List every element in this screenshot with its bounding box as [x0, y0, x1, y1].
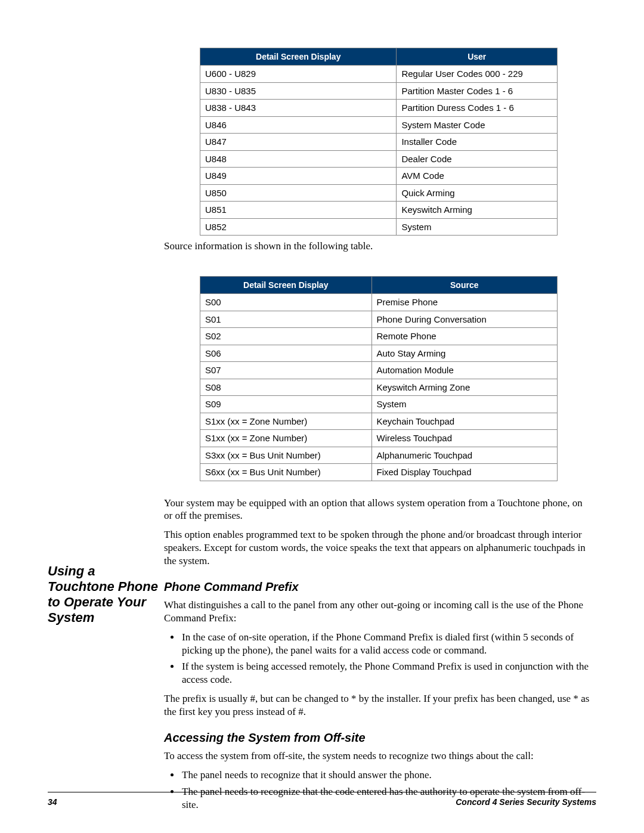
body-text: This option enables programmed text to b… [164, 528, 593, 567]
table-row: U850Quick Arming [200, 184, 558, 202]
subheading-accessing-offsite: Accessing the System from Off-site [164, 731, 593, 745]
table-row: S6xx (xx = Bus Unit Number)Fixed Display… [200, 464, 558, 481]
table-row: U846System Master Code [200, 116, 558, 134]
footer-text: Concord 4 Series Security Systems [456, 797, 596, 807]
table-row: S09System [200, 396, 558, 413]
table-row: S07Automation Module [200, 362, 558, 379]
user-table-h2: User [397, 48, 558, 66]
body-text: The prefix is usually #, but can be chan… [164, 692, 593, 719]
table-row: S01Phone During Conversation [200, 311, 558, 328]
table-row: U852System [200, 218, 558, 236]
table-row: U851Keyswitch Arming [200, 202, 558, 219]
footer-rule [48, 792, 596, 792]
user-table: Detail Screen Display User U600 - U829Re… [200, 48, 558, 236]
table-caption: Source information is shown in the follo… [164, 240, 593, 252]
subheading-phone-command-prefix: Phone Command Prefix [164, 580, 593, 594]
table-row: U838 - U843Partition Duress Codes 1 - 6 [200, 100, 558, 117]
table-row: U848Dealer Code [200, 150, 558, 168]
body-text: Your system may be equipped with an opti… [164, 497, 593, 523]
section-heading: Using a Touchtone Phone to Operate Your … [48, 563, 158, 625]
table-row: S1xx (xx = Zone Number)Wireless Touchpad [200, 430, 558, 447]
table-row: S00Premise Phone [200, 294, 558, 311]
table-row: S3xx (xx = Bus Unit Number)Alphanumeric … [200, 447, 558, 464]
table-row: S06Auto Stay Arming [200, 345, 558, 362]
source-table-h1: Detail Screen Display [200, 277, 372, 294]
list-item: If the system is being accessed remotely… [181, 660, 593, 686]
source-table-h2: Source [371, 277, 557, 294]
table-row: U600 - U829Regular User Codes 000 - 229 [200, 66, 558, 83]
user-table-h1: Detail Screen Display [200, 48, 397, 66]
table-row: S08Keyswitch Arming Zone [200, 379, 558, 396]
source-table: Detail Screen Display Source S00Premise … [200, 276, 558, 481]
bullet-list: In the case of on-site operation, if the… [164, 631, 593, 686]
page-number: 34 [48, 797, 57, 807]
body-text: To access the system from off-site, the … [164, 750, 593, 763]
table-row: U830 - U835Partition Master Codes 1 - 6 [200, 82, 558, 100]
table-row: U847Installer Code [200, 134, 558, 151]
list-item: The panel needs to recognize that it sho… [181, 769, 593, 782]
body-text: What distinguishes a call to the panel f… [164, 599, 593, 625]
table-row: S1xx (xx = Zone Number)Keychain Touchpad [200, 413, 558, 430]
table-row: S02Remote Phone [200, 328, 558, 345]
table-row: U849AVM Code [200, 168, 558, 185]
list-item: In the case of on-site operation, if the… [181, 631, 593, 657]
